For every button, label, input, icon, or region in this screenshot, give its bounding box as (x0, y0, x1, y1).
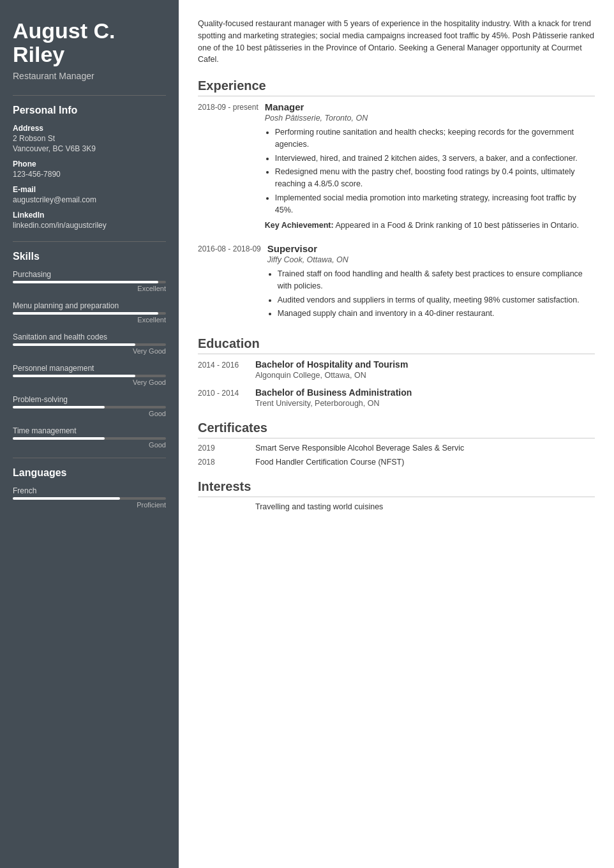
skill-bar-bg (13, 437, 166, 440)
candidate-title: Restaurant Manager (13, 71, 166, 81)
bullet-item: Managed supply chain and inventory in a … (278, 308, 595, 320)
personal-info-heading: Personal Info (13, 105, 166, 116)
languages-list: French Proficient (13, 486, 166, 509)
skill-item: Personnel management Very Good (13, 364, 166, 386)
certificates-list: 2019 Smart Serve Responsible Alcohol Bev… (198, 444, 595, 467)
language-name: French (13, 486, 166, 495)
email-value: augustcriley@email.com (13, 195, 166, 204)
address-label: Address (13, 124, 166, 133)
address-line1: 2 Robson St (13, 134, 166, 143)
cert-year: 2018 (198, 458, 255, 467)
education-entry: 2010 - 2014 Bachelor of Business Adminis… (198, 387, 595, 408)
education-heading: Education (198, 336, 595, 354)
phone-value: 123-456-7890 (13, 170, 166, 179)
experience-entry: 2016-08 - 2018-09 Supervisor Jiffy Cook,… (198, 243, 595, 324)
languages-heading: Languages (13, 467, 166, 479)
sidebar-name: August C.Riley Restaurant Manager (13, 19, 166, 81)
bullet-item: Interviewed, hired, and trained 2 kitche… (275, 153, 595, 165)
edu-dates: 2014 - 2016 (198, 359, 255, 380)
language-bar-bg (13, 497, 166, 500)
skill-bar-bg (13, 375, 166, 377)
experience-heading: Experience (198, 79, 595, 96)
edu-degree: Bachelor of Business Administration (255, 387, 412, 398)
skill-bar-fill (13, 281, 158, 283)
cert-year: 2019 (198, 444, 255, 453)
edu-content: Bachelor of Business Administration Tren… (255, 387, 412, 408)
skill-item: Purchasing Excellent (13, 270, 166, 292)
skill-bar-bg (13, 312, 166, 315)
linkedin-label: LinkedIn (13, 211, 166, 220)
bullet-item: Audited vendors and suppliers in terms o… (278, 294, 595, 306)
interests-heading: Interests (198, 479, 595, 497)
edu-degree: Bachelor of Hospitality and Tourism (255, 359, 408, 370)
job-title: Supervisor (267, 243, 595, 254)
skill-bar-fill (13, 375, 135, 377)
skill-name: Purchasing (13, 270, 166, 279)
skill-bar-bg (13, 281, 166, 283)
interest-text: Travelling and tasting world cuisines (198, 502, 383, 511)
edu-dates: 2010 - 2014 (198, 387, 255, 408)
skill-bar-bg (13, 406, 166, 408)
email-label: E-mail (13, 185, 166, 194)
skill-name: Personnel management (13, 364, 166, 373)
experience-list: 2018-09 - present Manager Posh Pâtisseri… (198, 101, 595, 324)
skill-item: Problem-solving Good (13, 395, 166, 417)
key-achievement: Key Achievement: Appeared in a Food & Dr… (265, 220, 595, 232)
bullets-list: Performing routine sanitation and health… (265, 126, 595, 216)
cert-name: Food Handler Certification Course (NFST) (255, 458, 404, 467)
bullet-item: Trained staff on food handling and healt… (278, 268, 595, 292)
skill-item: Time management Good (13, 426, 166, 449)
linkedin-value: linkedin.com/in/augustcriley (13, 221, 166, 230)
skill-name: Menu planning and preparation (13, 301, 166, 310)
skill-level: Excellent (13, 285, 166, 292)
skill-name: Sanitation and health codes (13, 333, 166, 341)
address-line2: Vancouver, BC V6B 3K9 (13, 144, 166, 153)
skill-bar-fill (13, 406, 105, 408)
skill-item: Menu planning and preparation Excellent (13, 301, 166, 324)
edu-content: Bachelor of Hospitality and Tourism Algo… (255, 359, 408, 380)
education-list: 2014 - 2016 Bachelor of Hospitality and … (198, 359, 595, 408)
skill-level: Good (13, 441, 166, 449)
skill-bar-bg (13, 343, 166, 346)
interests-list: Travelling and tasting world cuisines (198, 502, 595, 511)
skill-level: Very Good (13, 378, 166, 386)
entry-content: Supervisor Jiffy Cook, Ottawa, ON Traine… (267, 243, 595, 324)
skill-item: Sanitation and health codes Very Good (13, 333, 166, 355)
skill-name: Time management (13, 426, 166, 435)
bullet-item: Performing routine sanitation and health… (275, 126, 595, 151)
candidate-name: August C.Riley (13, 19, 166, 67)
bullet-item: Implemented social media promotion into … (275, 192, 595, 216)
edu-school: Algonquin College, Ottawa, ON (255, 371, 408, 380)
main-content: Quality-focused restaurant manager with … (179, 0, 614, 868)
phone-label: Phone (13, 160, 166, 168)
job-title: Manager (265, 101, 595, 112)
skill-level: Excellent (13, 316, 166, 324)
edu-school: Trent University, Peterborough, ON (255, 399, 412, 408)
entry-dates: 2016-08 - 2018-09 (198, 243, 267, 324)
interest-entry: Travelling and tasting world cuisines (198, 502, 595, 511)
certificate-entry: 2018 Food Handler Certification Course (… (198, 458, 595, 467)
skills-list: Purchasing Excellent Menu planning and p… (13, 270, 166, 449)
entry-dates: 2018-09 - present (198, 101, 265, 232)
skill-name: Problem-solving (13, 395, 166, 404)
bullet-item: Redesigned menu with the pastry chef, bo… (275, 166, 595, 190)
sidebar: August C.Riley Restaurant Manager Person… (0, 0, 179, 868)
company-name: Posh Pâtisserie, Toronto, ON (265, 114, 595, 123)
skills-heading: Skills (13, 251, 166, 262)
skill-bar-fill (13, 343, 135, 346)
skill-level: Very Good (13, 347, 166, 355)
certificate-entry: 2019 Smart Serve Responsible Alcohol Bev… (198, 444, 595, 453)
language-level: Proficient (13, 501, 166, 509)
language-bar-fill (13, 497, 120, 500)
language-item: French Proficient (13, 486, 166, 509)
skill-level: Good (13, 410, 166, 417)
certificates-heading: Certificates (198, 421, 595, 438)
company-name: Jiffy Cook, Ottawa, ON (267, 255, 595, 264)
cert-name: Smart Serve Responsible Alcohol Beverage… (255, 444, 464, 453)
bullets-list: Trained staff on food handling and healt… (267, 268, 595, 320)
education-entry: 2014 - 2016 Bachelor of Hospitality and … (198, 359, 595, 380)
experience-entry: 2018-09 - present Manager Posh Pâtisseri… (198, 101, 595, 232)
entry-content: Manager Posh Pâtisserie, Toronto, ON Per… (265, 101, 595, 232)
skill-bar-fill (13, 312, 158, 315)
skill-bar-fill (13, 437, 105, 440)
